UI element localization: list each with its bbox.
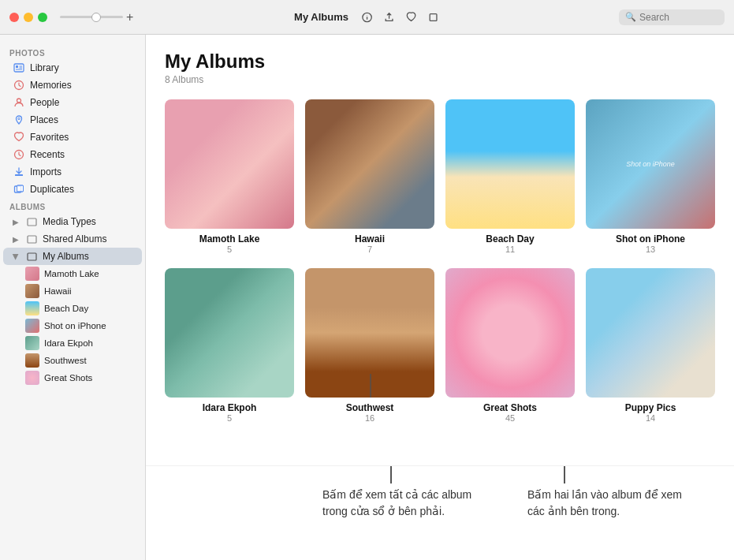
people-icon bbox=[13, 96, 25, 109]
content-area: My Albums 8 Albums Mamoth Lake 5 Hawaii bbox=[146, 35, 734, 465]
album-name-puppy-pics: Puppy Pics bbox=[625, 402, 676, 413]
album-name-idara-ekpoh: Idara Ekpoh bbox=[203, 402, 257, 413]
sidebar-item-memories[interactable]: Memories bbox=[3, 77, 142, 94]
media-types-expand-icon: ▶ bbox=[13, 218, 19, 226]
media-types-icon bbox=[25, 215, 38, 228]
photos-section-label: Photos bbox=[0, 44, 145, 59]
shared-albums-label: Shared Albums bbox=[43, 233, 106, 245]
content-subtitle: 8 Albums bbox=[165, 74, 715, 85]
sidebar: Photos Library Memor bbox=[0, 35, 146, 560]
album-mamoth-lake[interactable]: Mamoth Lake 5 bbox=[165, 99, 294, 254]
sidebar-item-media-types[interactable]: ▶ Media Types bbox=[3, 213, 142, 230]
album-count-idara-ekpoh: 5 bbox=[227, 413, 232, 423]
sub-thumb-beach-day bbox=[25, 301, 39, 315]
sidebar-item-shared-albums[interactable]: ▶ Shared Albums bbox=[3, 230, 142, 248]
sidebar-item-recents[interactable]: Recents bbox=[3, 146, 142, 163]
album-thumb-mamoth-lake bbox=[165, 99, 294, 229]
maximize-button[interactable] bbox=[38, 13, 47, 22]
minimize-button[interactable] bbox=[24, 13, 33, 22]
left-callout-line bbox=[390, 466, 392, 483]
album-count-hawaii: 7 bbox=[367, 245, 372, 254]
sidebar-item-people[interactable]: People bbox=[3, 94, 142, 111]
zoom-slider-area: + bbox=[60, 10, 133, 24]
svg-rect-5 bbox=[16, 65, 18, 68]
sub-thumb-hawaii bbox=[25, 284, 39, 298]
albums-grid: Mamoth Lake 5 Hawaii 7 Beach Day bbox=[165, 99, 715, 423]
album-name-mamoth-lake: Mamoth Lake bbox=[199, 233, 260, 245]
svg-rect-13 bbox=[15, 174, 23, 176]
svg-rect-4 bbox=[14, 64, 24, 72]
zoom-slider-track[interactable] bbox=[60, 16, 123, 18]
recents-icon bbox=[13, 148, 25, 161]
crop-icon[interactable] bbox=[427, 11, 440, 24]
memories-icon bbox=[13, 79, 25, 91]
search-box[interactable]: 🔍 bbox=[619, 9, 725, 25]
sub-label-southwest: Southwest bbox=[44, 356, 87, 365]
sidebar-item-duplicates[interactable]: Duplicates bbox=[3, 181, 142, 198]
zoom-slider-thumb[interactable] bbox=[91, 13, 101, 22]
album-count-shot-on-iphone: 13 bbox=[646, 245, 655, 254]
sidebar-item-favorites[interactable]: Favorites bbox=[3, 129, 142, 146]
album-thumb-beach-day bbox=[445, 99, 575, 229]
shared-albums-icon bbox=[25, 233, 38, 245]
close-button[interactable] bbox=[9, 13, 19, 22]
album-shot-on-iphone[interactable]: Shot on iPhone Shot on iPhone 13 bbox=[586, 99, 715, 254]
right-annotation-text: Bấm hai lần vào album để xem các ảnh bên… bbox=[527, 488, 682, 517]
sidebar-sub-hawaii[interactable]: Hawaii bbox=[3, 282, 142, 300]
svg-rect-3 bbox=[430, 13, 438, 21]
library-label: Library bbox=[30, 62, 59, 73]
imports-icon bbox=[13, 166, 25, 178]
album-count-mamoth-lake: 5 bbox=[227, 245, 232, 254]
album-name-great-shots: Great Shots bbox=[483, 402, 537, 413]
sub-thumb-idara-ekpoh bbox=[25, 336, 39, 350]
share-icon[interactable] bbox=[383, 11, 396, 24]
album-hawaii[interactable]: Hawaii 7 bbox=[305, 99, 434, 254]
album-idara-ekpoh[interactable]: Idara Ekpoh 5 bbox=[165, 268, 294, 423]
album-great-shots[interactable]: Great Shots 45 bbox=[445, 268, 575, 423]
sidebar-item-my-albums[interactable]: ▶ My Albums bbox=[3, 248, 142, 265]
search-icon: 🔍 bbox=[625, 12, 636, 22]
memories-label: Memories bbox=[30, 80, 72, 91]
album-beach-day[interactable]: Beach Day 11 bbox=[445, 99, 575, 254]
album-name-southwest: Southwest bbox=[346, 402, 394, 413]
sidebar-sub-great-shots[interactable]: Great Shots bbox=[3, 369, 142, 386]
svg-rect-15 bbox=[17, 185, 24, 192]
sub-thumb-shot-on-iphone bbox=[25, 319, 39, 333]
sub-label-great-shots: Great Shots bbox=[44, 373, 92, 383]
album-thumb-shot-on-iphone: Shot on iPhone bbox=[586, 99, 715, 229]
right-callout-line bbox=[564, 466, 565, 483]
annotation-content: Bấm để xem tất cả các album trong cửa sổ… bbox=[165, 476, 715, 520]
sub-label-idara-ekpoh: Idara Ekpoh bbox=[44, 338, 93, 348]
titlebar-center: My Albums bbox=[294, 11, 440, 24]
album-southwest[interactable]: Southwest 16 bbox=[305, 268, 434, 423]
recents-label: Recents bbox=[30, 149, 65, 160]
places-icon bbox=[13, 114, 25, 126]
sidebar-item-library[interactable]: Library bbox=[3, 59, 142, 77]
places-label: Places bbox=[30, 114, 58, 125]
album-name-hawaii: Hawaii bbox=[355, 233, 385, 245]
left-annotation: Bấm để xem tất cả các album trong cửa sổ… bbox=[322, 487, 480, 520]
search-input[interactable] bbox=[639, 12, 718, 23]
titlebar-title: My Albums bbox=[294, 11, 348, 23]
sidebar-item-imports[interactable]: Imports bbox=[3, 163, 142, 181]
zoom-plus-button[interactable]: + bbox=[126, 10, 133, 24]
sidebar-sub-beach-day[interactable]: Beach Day bbox=[3, 300, 142, 317]
album-puppy-pics[interactable]: Puppy Pics 14 bbox=[586, 268, 715, 423]
duplicates-icon bbox=[13, 183, 25, 196]
imports-label: Imports bbox=[30, 166, 61, 177]
shared-albums-expand-icon: ▶ bbox=[13, 235, 19, 244]
sidebar-sub-southwest[interactable]: Southwest bbox=[3, 352, 142, 369]
sub-label-shot-on-iphone: Shot on iPhone bbox=[44, 321, 106, 330]
sidebar-sub-mamoth-lake[interactable]: Mamoth Lake bbox=[3, 265, 142, 282]
library-icon bbox=[13, 62, 25, 74]
favorites-label: Favorites bbox=[30, 132, 69, 143]
content-title: My Albums bbox=[165, 50, 715, 73]
favorite-icon[interactable] bbox=[405, 11, 418, 24]
sidebar-sub-shot-on-iphone[interactable]: Shot on iPhone bbox=[3, 317, 142, 334]
sidebar-sub-idara-ekpoh[interactable]: Idara Ekpoh bbox=[3, 334, 142, 352]
album-name-beach-day: Beach Day bbox=[486, 233, 534, 245]
sidebar-item-places[interactable]: Places bbox=[3, 111, 142, 129]
info-icon[interactable] bbox=[361, 11, 374, 24]
left-annotation-text: Bấm để xem tất cả các album trong cửa sổ… bbox=[322, 488, 471, 517]
svg-rect-19 bbox=[28, 253, 36, 260]
